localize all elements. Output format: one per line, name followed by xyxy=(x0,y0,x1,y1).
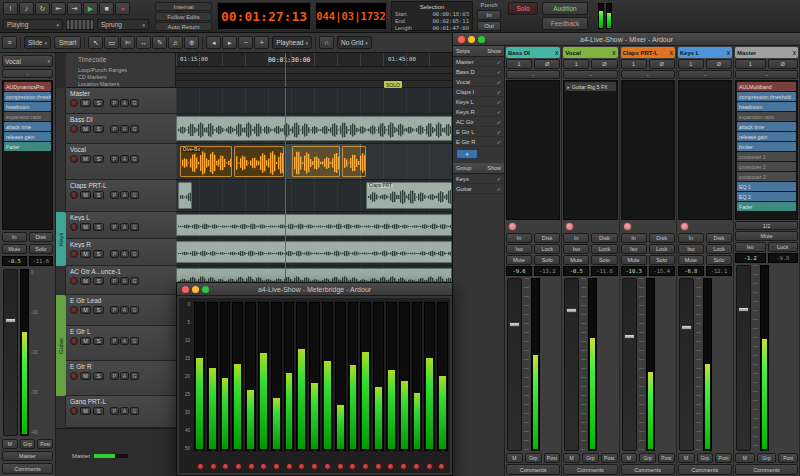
audition-tool[interactable]: ♬ xyxy=(168,36,183,49)
track-header-claps-prt-l[interactable]: Claps PRT-LMSPAG xyxy=(66,180,176,212)
audio-region[interactable] xyxy=(176,241,452,263)
record-arm-button[interactable] xyxy=(70,125,78,133)
meterbridge-titlebar[interactable]: a4-Live-Show - Meterbridge - Ardour xyxy=(177,283,452,296)
monitor-disk-button[interactable]: Disk xyxy=(591,233,617,243)
solo-lock-button[interactable]: Lock xyxy=(534,244,560,254)
solo-lock-button[interactable]: Lock xyxy=(649,244,675,254)
fader-handle[interactable] xyxy=(738,307,749,312)
location-markers-ruler-label[interactable]: Location Markers xyxy=(66,80,175,87)
strip-name-tab[interactable]: Keys LX xyxy=(678,47,732,58)
close-icon[interactable]: X xyxy=(793,50,796,56)
playlist-button[interactable]: P xyxy=(110,337,119,345)
automation-button[interactable]: A xyxy=(120,407,129,415)
feedback-indicator-button[interactable]: Feedback xyxy=(542,17,588,30)
close-icon[interactable]: X xyxy=(669,50,672,56)
playlist-button[interactable]: P xyxy=(110,99,119,107)
metering-button[interactable]: M xyxy=(506,453,523,463)
close-icon[interactable]: X xyxy=(727,50,730,56)
playlist-button[interactable]: P xyxy=(110,306,119,314)
primary-clock[interactable]: 00:01:27:13 xyxy=(217,2,311,30)
solo-button[interactable]: S xyxy=(93,191,104,199)
playlist-button[interactable]: P xyxy=(110,125,119,133)
solo-button[interactable]: S xyxy=(93,407,104,415)
record-arm-button[interactable] xyxy=(70,372,78,380)
solo-isolate-button[interactable]: Iso xyxy=(621,244,647,254)
processor-expansion-ratio[interactable]: expansion ratio xyxy=(4,112,51,121)
strip-input-button[interactable]: - xyxy=(2,69,53,78)
solo-button[interactable]: S xyxy=(93,337,104,345)
group-button[interactable]: Grp xyxy=(639,453,656,463)
gain-fader[interactable] xyxy=(507,278,522,451)
grab-tool[interactable]: ↖ xyxy=(88,36,103,49)
mute-button[interactable]: Mute xyxy=(678,255,704,265)
record-enable-button[interactable] xyxy=(413,463,420,470)
grid-select[interactable]: No Grid ▾ xyxy=(337,36,372,49)
cut-tool[interactable]: ✄ xyxy=(120,36,135,49)
record-enable-button[interactable] xyxy=(298,463,305,470)
solo-isolate-button[interactable]: Iso xyxy=(563,244,589,254)
audio-region[interactable]: Dive-Bo xyxy=(180,146,232,177)
play-button[interactable]: ▶ xyxy=(83,2,98,15)
comments-button[interactable]: Comments xyxy=(735,464,798,475)
smart-mode-toggle[interactable]: Smart xyxy=(54,36,81,49)
gain-fader[interactable] xyxy=(679,278,694,451)
gain-display[interactable]: -0.5 xyxy=(2,256,27,266)
metering-button[interactable]: M xyxy=(735,453,755,463)
strip-name-tab[interactable]: Bass DIX xyxy=(506,47,560,58)
audio-region[interactable] xyxy=(176,116,452,141)
solo-button[interactable]: S xyxy=(93,250,104,258)
record-arm-button[interactable] xyxy=(70,407,78,415)
add-strip-button[interactable]: + xyxy=(456,149,478,159)
record-enable-button[interactable] xyxy=(260,463,267,470)
solo-button[interactable]: Solo xyxy=(649,255,675,265)
secondary-clock[interactable]: 044|03|1732 xyxy=(315,2,387,30)
mute-button[interactable]: M xyxy=(80,191,91,199)
fader-handle[interactable] xyxy=(5,318,16,323)
processor-eq-2[interactable]: EQ 2 xyxy=(737,192,796,201)
close-window-icon[interactable] xyxy=(182,286,189,293)
automation-button[interactable]: A xyxy=(120,277,129,285)
punch-in-button[interactable]: In xyxy=(477,10,501,20)
group-button[interactable]: Grp xyxy=(757,453,777,463)
record-enable-button[interactable] xyxy=(362,463,369,470)
strip-list-item-e-gtr-r[interactable]: E Gtr R✓ xyxy=(453,137,504,147)
automation-button[interactable]: A xyxy=(120,155,129,163)
gain-fader[interactable] xyxy=(564,278,579,451)
record-enable-button[interactable] xyxy=(235,463,242,470)
draw-tool[interactable]: ✎ xyxy=(152,36,167,49)
processor-fader[interactable]: Fader xyxy=(4,142,51,151)
track-header-keys-l[interactable]: Keys LMSPAG xyxy=(66,212,176,239)
solo-isolate-button[interactable]: Iso xyxy=(678,244,704,254)
solo-button[interactable]: S xyxy=(93,125,104,133)
group-button[interactable]: Grp xyxy=(697,453,714,463)
strip-list-item-bass-d[interactable]: Bass D✓ xyxy=(453,67,504,77)
processor-eq-1[interactable]: EQ 1 xyxy=(737,182,796,191)
phase-button[interactable]: Ø xyxy=(591,59,617,69)
mute-button[interactable]: M xyxy=(80,155,91,163)
shuttle-mode-select[interactable]: Sprung ▾ xyxy=(97,19,149,30)
close-icon[interactable]: X xyxy=(555,50,558,56)
monitor-disk-button[interactable]: Disk xyxy=(649,233,675,243)
stretch-tool[interactable]: ↔ xyxy=(136,36,151,49)
record-arm-button[interactable] xyxy=(70,155,78,163)
processor-audynamicspro[interactable]: AUDynamicsPro xyxy=(4,82,51,91)
mute-button[interactable]: Mute xyxy=(621,255,647,265)
goto-start-button[interactable]: ⇤ xyxy=(51,2,66,15)
solo-button[interactable]: S xyxy=(93,99,104,107)
goto-end-button[interactable]: ⇥ xyxy=(67,2,82,15)
strip-list-item-keys-r[interactable]: Keys R✓ xyxy=(453,107,504,117)
solo-button[interactable]: S xyxy=(93,372,104,380)
metering-button[interactable]: M xyxy=(678,453,695,463)
gain-display[interactable]: -6.8 xyxy=(678,266,704,276)
gain-fader[interactable] xyxy=(736,265,751,451)
mute-button[interactable]: M xyxy=(80,223,91,231)
global-solo-button[interactable]: Solo xyxy=(508,2,538,15)
group-button[interactable]: G xyxy=(130,407,139,415)
processor-headroom[interactable]: headroom xyxy=(4,102,51,111)
automation-button[interactable]: A xyxy=(120,372,129,380)
track-header-ac-gtr-a-unce-1[interactable]: AC Gtr A...unce-1MSPAG xyxy=(66,266,176,295)
audio-region[interactable]: Claps PRT xyxy=(366,182,452,209)
strip-name-button[interactable]: Vocal ▾ xyxy=(2,55,53,67)
number-button[interactable]: 1 xyxy=(678,59,704,69)
close-icon[interactable]: X xyxy=(612,50,615,56)
